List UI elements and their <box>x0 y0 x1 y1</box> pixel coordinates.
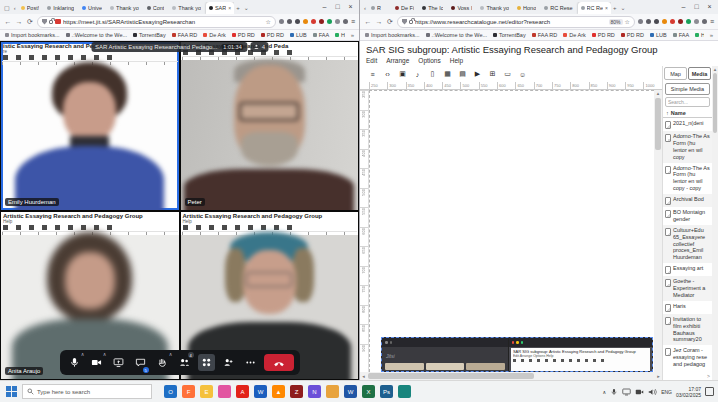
browser-tab[interactable]: RC Re × <box>578 2 611 14</box>
sort-arrow-icon[interactable]: ↑ <box>666 110 669 116</box>
video-tile-peter[interactable]: Artistic Essaying Research and Peda Pete… <box>181 42 359 210</box>
bookmark-item[interactable]: FAA <box>673 32 689 38</box>
browser-tab[interactable]: SAR × <box>206 2 234 14</box>
browser-tab[interactable]: RC Rese <box>541 2 577 14</box>
microphone-tray-icon[interactable] <box>610 388 618 396</box>
reload-button[interactable]: ⟳ <box>386 18 394 26</box>
extension-icon[interactable] <box>303 19 308 24</box>
app-icon[interactable]: Ps <box>380 385 393 398</box>
tool-icon[interactable]: ▤ <box>456 68 469 80</box>
bookmark-item[interactable]: FAA RD <box>532 32 558 38</box>
bookmark-item[interactable]: .:Welcome to the We... <box>66 32 127 38</box>
browser-tab[interactable]: Thank yo <box>169 2 206 14</box>
video-tile-emily[interactable]: istic Essaying Research and Pedagogy Gro… <box>1 42 179 210</box>
scrollbar-thumb[interactable] <box>655 98 661 150</box>
extension-icon[interactable] <box>678 19 683 24</box>
bookmark-star-icon[interactable]: ☆ <box>625 18 630 25</box>
editor-canvas[interactable]: Jitsi S <box>369 90 654 372</box>
participants-button[interactable]: 4 <box>176 354 193 371</box>
media-file-item[interactable]: Haris <box>663 301 712 314</box>
tab-view-icon[interactable]: ▢ <box>2 4 12 11</box>
new-tab-button[interactable]: + <box>611 5 619 11</box>
bookmark-item[interactable]: TorrentBay <box>493 32 526 38</box>
minimize-button[interactable]: – <box>677 1 690 12</box>
tool-icon[interactable]: ▦ <box>441 68 454 80</box>
browser-tab[interactable]: Hono <box>514 2 541 14</box>
tool-icon[interactable]: ▯ <box>426 68 439 80</box>
app-icon[interactable]: F <box>182 385 195 398</box>
media-search-input[interactable] <box>665 97 710 107</box>
extension-icon[interactable] <box>662 19 667 24</box>
browser-tab[interactable]: Cont <box>144 2 170 14</box>
bookmark-item[interactable]: PD RD <box>621 32 644 38</box>
app-icon[interactable]: W <box>344 385 357 398</box>
tool-icon[interactable]: ⊞ <box>486 68 499 80</box>
extension-icon[interactable] <box>335 19 340 24</box>
app-icon[interactable]: X <box>362 385 375 398</box>
browser-tab[interactable]: Unive <box>79 2 107 14</box>
app-icon[interactable]: ▲ <box>272 385 285 398</box>
extension-icon[interactable] <box>343 19 348 24</box>
language-indicator[interactable]: ENG <box>661 389 672 395</box>
scrollbar-thumb[interactable] <box>368 373 534 379</box>
reactions-chevron[interactable]: ∧ <box>169 351 173 357</box>
extension-icon[interactable] <box>654 19 659 24</box>
url-bar[interactable]: https://meet.jit.si/SARArtisticEssayingR… <box>37 16 276 28</box>
invite-button[interactable] <box>220 354 237 371</box>
clock[interactable]: 17:07 03/02/2025 <box>676 386 701 398</box>
chat-button[interactable]: 5 <box>132 354 149 371</box>
app-icon[interactable]: A <box>236 385 249 398</box>
raise-hand-button[interactable]: ∧ <box>154 354 171 371</box>
bookmark-item[interactable]: De Ark <box>563 32 586 38</box>
canvas-horizontal-scrollbar[interactable]: ◂ ▸ <box>360 372 662 380</box>
maximize-button[interactable]: □ <box>690 1 703 12</box>
camera-tray-icon[interactable] <box>635 388 644 396</box>
tab-media[interactable]: Media <box>688 67 711 80</box>
menu-item[interactable]: Help <box>450 57 463 64</box>
sidebar-scroll-right-icon[interactable]: > <box>663 373 712 380</box>
menu-item[interactable]: Edit <box>366 57 377 64</box>
extension-icon[interactable] <box>694 19 699 24</box>
bookmark-item[interactable]: HR2D <box>695 32 704 38</box>
app-icon[interactable]: N <box>308 385 321 398</box>
canvas-vertical-scrollbar[interactable]: ▴ <box>654 90 662 372</box>
bookmark-item[interactable]: De Ark <box>203 32 226 38</box>
bookmark-item[interactable]: Import bookmarks... <box>5 32 60 38</box>
url-bar[interactable]: https://www.researchcatalogue.net/editor… <box>397 16 635 28</box>
bookmarks-overflow-icon[interactable]: » <box>710 32 713 38</box>
browser-tab[interactable]: Thank yo <box>107 2 144 14</box>
tab-close-icon[interactable]: × <box>228 5 231 11</box>
lock-icon[interactable] <box>409 20 413 24</box>
tab-list-button[interactable]: ⌄ <box>618 4 627 11</box>
tracking-shield-icon[interactable] <box>402 19 407 25</box>
minimize-button[interactable]: – <box>318 1 331 12</box>
tray-expand-icon[interactable]: ∧ <box>602 389 606 395</box>
participant-count[interactable]: 4 <box>251 42 268 52</box>
lock-icon[interactable] <box>49 20 53 24</box>
display-tray-icon[interactable] <box>622 388 631 396</box>
maximize-button[interactable]: □ <box>331 1 344 12</box>
reload-button[interactable]: ⟳ <box>26 18 34 26</box>
camera-button[interactable]: ∧ <box>88 354 105 371</box>
media-file-item[interactable]: BO Montaign gender <box>663 207 712 225</box>
media-list-header[interactable]: ↑ Name <box>663 109 712 118</box>
browser-tab[interactable]: Inklaring <box>44 2 79 14</box>
more-options-button[interactable] <box>242 354 259 371</box>
page-vertical-scrollbar[interactable]: ▴ <box>712 66 718 380</box>
bookmark-item[interactable]: PD RD <box>592 32 615 38</box>
tool-icon[interactable]: ≡ <box>366 68 379 80</box>
close-button[interactable]: × <box>703 1 716 12</box>
new-tab-button[interactable]: + <box>234 5 242 11</box>
browser-tab[interactable]: Post! <box>18 2 45 14</box>
media-file-item[interactable]: Invitation to film exhibiti Bauhaus summ… <box>663 314 712 346</box>
app-icon[interactable]: W <box>254 385 267 398</box>
tile-view-button[interactable] <box>198 354 215 371</box>
extension-icon[interactable] <box>638 19 643 24</box>
browser-tab[interactable]: De Fi <box>392 2 419 14</box>
media-file-item[interactable]: Jez Coram - essaying rese and pedagog <box>663 345 712 370</box>
extension-icon[interactable] <box>279 19 284 24</box>
browser-tab[interactable]: Thank yo <box>477 2 514 14</box>
taskbar-search[interactable]: Type here to search <box>22 384 152 399</box>
media-file-item[interactable]: Goethe - Experiment a Mediator <box>663 276 712 301</box>
media-file-item[interactable]: Adorno-The As Form (hu lentor en wil cop… <box>663 131 712 163</box>
